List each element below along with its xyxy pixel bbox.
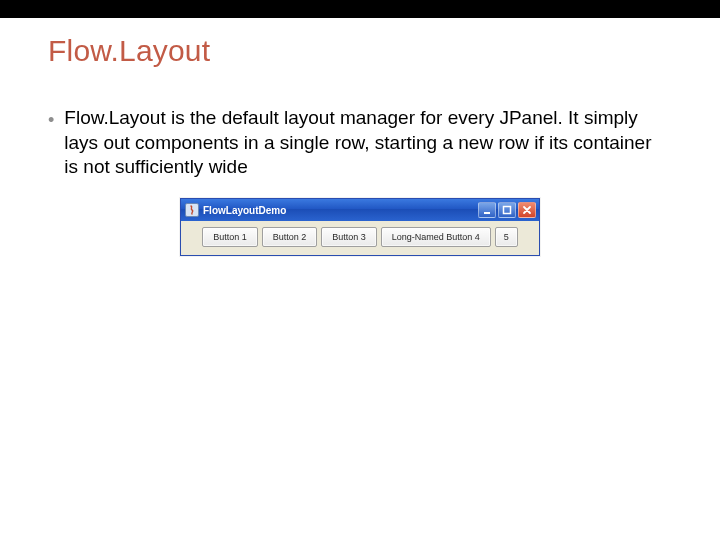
close-button[interactable] [518,202,536,218]
demo-button-5[interactable]: 5 [495,227,518,247]
demo-button-3[interactable]: Button 3 [321,227,377,247]
close-icon [522,205,532,215]
slide-body-text: Flow.Layout is the default layout manage… [64,106,664,180]
slide-content: Flow.Layout • Flow.Layout is the default… [0,18,720,256]
demo-window: FlowLayoutDemo [180,198,540,256]
window-title: FlowLayoutDemo [203,205,474,216]
window-titlebar[interactable]: FlowLayoutDemo [181,199,539,221]
slide-title: Flow.Layout [48,34,672,68]
minimize-button[interactable] [478,202,496,218]
svg-rect-0 [484,212,490,214]
java-app-icon [185,203,199,217]
demo-button-2[interactable]: Button 2 [262,227,318,247]
svg-rect-1 [504,207,511,214]
window-controls [478,202,536,218]
slide-top-bar [0,0,720,18]
demo-button-1[interactable]: Button 1 [202,227,258,247]
maximize-icon [502,205,512,215]
bullet-marker: • [48,108,54,132]
bullet-item: • Flow.Layout is the default layout mana… [48,106,672,180]
demo-button-4[interactable]: Long-Named Button 4 [381,227,491,247]
demo-figure: FlowLayoutDemo [48,198,672,256]
minimize-icon [482,205,492,215]
maximize-button[interactable] [498,202,516,218]
window-client-area: Button 1 Button 2 Button 3 Long-Named Bu… [181,221,539,255]
